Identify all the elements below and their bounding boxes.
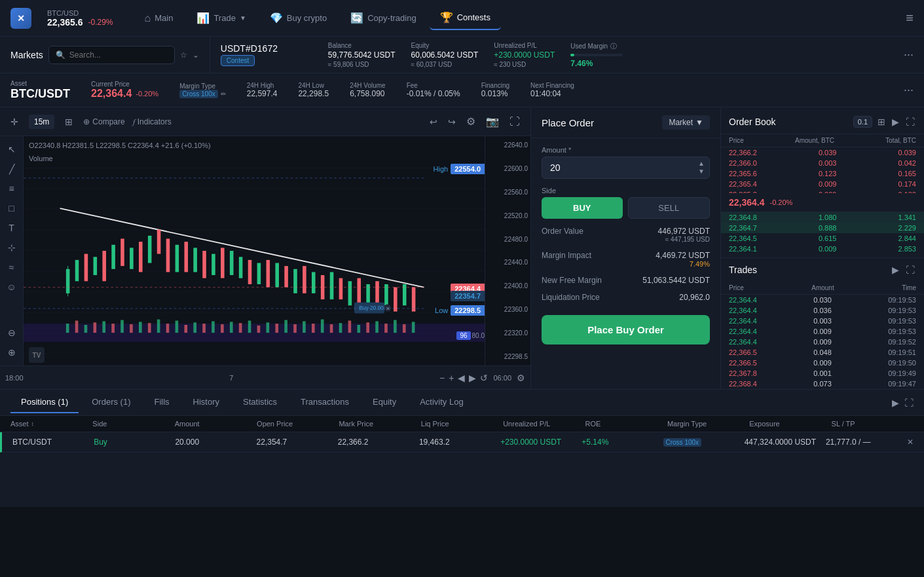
tab-transactions[interactable]: Transactions — [290, 392, 360, 413]
timeframe-button[interactable]: 15m — [29, 115, 54, 129]
nav-trade[interactable]: 📊 Trade ▼ — [186, 7, 256, 29]
svg-rect-69 — [293, 324, 297, 333]
bid-row-0[interactable]: 22,364.8 1.080 1.341 — [721, 212, 924, 223]
tab-activity-log[interactable]: Activity Log — [409, 392, 473, 413]
sort-icon[interactable]: ↕ — [31, 420, 35, 427]
more-options-button[interactable]: ··· — [893, 37, 924, 73]
order-type-select[interactable]: Market ▼ — [662, 115, 710, 130]
tab-positions[interactable]: Positions (1) — [10, 392, 79, 413]
place-order-button[interactable]: Place Buy Order — [542, 315, 710, 344]
fullscreen-icon[interactable]: ⛶ — [507, 113, 523, 130]
hamburger-menu[interactable]: ≡ — [906, 10, 914, 26]
zoom-out[interactable]: ⊖ — [5, 325, 18, 341]
nav-copy-trading[interactable]: 🔄 Copy-trading — [340, 7, 426, 29]
tab-expand-icon[interactable]: ⛶ — [904, 398, 914, 408]
price-chart-svg: Buy 20.000 ✕ — [24, 136, 485, 365]
star-icon[interactable]: ☆ — [180, 50, 187, 60]
ask-row-2[interactable]: 22,365.6 0.123 0.165 — [721, 168, 924, 179]
tab-history[interactable]: History — [183, 392, 230, 413]
camera-icon[interactable]: 📷 — [483, 113, 502, 130]
cursor-tool[interactable]: ↖ — [5, 141, 18, 157]
svg-rect-17 — [176, 245, 179, 272]
tab-statistics[interactable]: Statistics — [232, 392, 287, 413]
book-expand-icon[interactable]: ⛶ — [904, 115, 916, 128]
compare-button[interactable]: ⊕ Compare — [83, 117, 124, 126]
ask-amount-2: 0.123 — [819, 170, 837, 177]
nav-reset[interactable]: ↺ — [480, 373, 488, 383]
row-roe: +5.14% — [582, 437, 663, 447]
col-roe-label: ROE — [585, 420, 601, 428]
equity-label: Equity — [411, 42, 479, 49]
chart-type-tool[interactable]: ⊞ — [62, 114, 75, 130]
bid-row-2[interactable]: 22,364.5 0.615 2.844 — [721, 233, 924, 244]
trades-expand-icon[interactable]: ⛶ — [904, 263, 916, 276]
col-liq-price-label: Liq Price — [421, 420, 449, 428]
nav-forward[interactable]: ▶ — [469, 373, 476, 383]
positions-table: Asset ↕ Side Amount Open Price Mark Pric… — [0, 416, 924, 507]
sell-button[interactable]: SELL — [628, 197, 711, 219]
nav-contests[interactable]: 🏆 Contests — [430, 6, 501, 30]
order-book: Order Book 0.1 ⊞ ▶ ⛶ Price Amount, BTC T… — [721, 107, 924, 389]
nav-main[interactable]: ⌂ Main — [134, 7, 184, 29]
rect-tool[interactable]: □ — [6, 200, 16, 216]
asset-more-button[interactable]: ··· — [904, 83, 914, 97]
financing-label: Financing — [481, 82, 509, 89]
book-grid-icon[interactable]: ⊞ — [876, 115, 887, 128]
tab-fills[interactable]: Fills — [143, 392, 179, 413]
tradingview-logo: TV — [29, 347, 45, 363]
book-play-icon[interactable]: ▶ — [891, 115, 900, 128]
edit-icon[interactable]: ✏ — [221, 90, 226, 98]
tab-orders[interactable]: Orders (1) — [81, 392, 141, 413]
search-input[interactable] — [69, 50, 168, 60]
amount-up-arrow[interactable]: ▲ — [698, 160, 705, 167]
24h-high-block: 24H High 22,597.4 — [247, 82, 278, 98]
book-column-headers: Price Amount, BTC Total, BTC — [721, 134, 924, 147]
svg-rect-24 — [239, 257, 243, 278]
zoom-minus[interactable]: − — [439, 373, 445, 383]
redo-icon[interactable]: ↪ — [445, 114, 458, 130]
emoji-tool[interactable]: ☺ — [4, 279, 18, 295]
book-size-select[interactable]: 0.1 — [853, 116, 872, 128]
svg-rect-57 — [184, 325, 187, 333]
chart-settings-icon[interactable]: ⚙ — [517, 373, 525, 383]
text-tool[interactable]: T — [6, 220, 17, 236]
info-icon[interactable]: ⓘ — [610, 42, 617, 51]
horizontal-line-tool[interactable]: ≡ — [6, 181, 16, 196]
more-tools[interactable]: ≈ — [7, 259, 17, 275]
markets-search[interactable]: 🔍 — [48, 46, 175, 64]
nav-back[interactable]: ◀ — [458, 373, 465, 383]
fee-value: -0.01% / 0.05% — [407, 89, 460, 98]
nav-buy-crypto[interactable]: 💎 Buy crypto — [259, 7, 337, 29]
trade-time-6: 09:19:50 — [888, 359, 916, 367]
buy-button[interactable]: BUY — [542, 197, 623, 219]
ask-row-1[interactable]: 22,366.0 0.003 0.042 — [721, 158, 924, 168]
ask-row-0[interactable]: 22,366.2 0.039 0.039 — [721, 147, 924, 158]
indicators-button[interactable]: 𝑓 Indicators — [133, 117, 172, 126]
line-tool[interactable]: ╱ — [7, 161, 17, 177]
amount-input[interactable] — [542, 157, 710, 179]
svg-rect-38 — [366, 284, 370, 305]
close-position-button[interactable]: ✕ — [907, 437, 914, 447]
copy-icon: 🔄 — [350, 12, 363, 24]
bid-row-1[interactable]: 22,364.7 0.888 2.229 — [721, 223, 924, 233]
svg-rect-2 — [24, 324, 485, 342]
logo[interactable]: ✕ — [10, 8, 31, 29]
undo-icon[interactable]: ↩ — [427, 114, 440, 130]
zoom-plus[interactable]: + — [449, 373, 454, 383]
ask-row-3[interactable]: 22,365.4 0.009 0.174 — [721, 179, 924, 189]
tab-play-icon[interactable]: ▶ — [892, 398, 899, 408]
chevron-down-icon[interactable]: ⌄ — [193, 50, 199, 60]
svg-rect-7 — [84, 254, 88, 282]
tab-equity[interactable]: Equity — [362, 392, 407, 413]
crosshair-tool[interactable]: ✛ — [8, 114, 21, 130]
bid-row-3[interactable]: 22,364.1 0.009 2.853 — [721, 244, 924, 254]
zoom-in[interactable]: ⊕ — [5, 344, 18, 360]
amount-down-arrow[interactable]: ▼ — [698, 168, 705, 175]
trades-play-icon[interactable]: ▶ — [891, 263, 900, 276]
settings-icon[interactable]: ⚙ — [464, 113, 478, 130]
book-mid-price: 22,364.4 -0.20% — [721, 193, 924, 212]
trade-time-2: 09:19:53 — [888, 317, 916, 325]
svg-rect-78 — [375, 321, 379, 333]
measure-tool[interactable]: ⊹ — [5, 240, 18, 255]
ask-price-0: 22,366.2 — [729, 149, 757, 157]
